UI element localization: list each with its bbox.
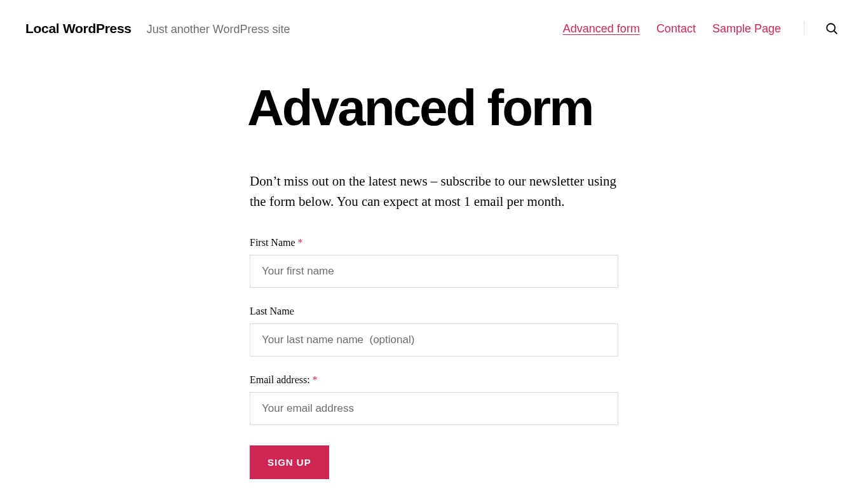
- site-tagline: Just another WordPress site: [147, 23, 290, 36]
- email-label: Email address: *: [250, 374, 618, 386]
- search-icon: [825, 22, 839, 36]
- header-right: Advanced form Contact Sample Page: [563, 18, 843, 39]
- site-header: Local WordPress Just another WordPress s…: [0, 0, 868, 57]
- search-button[interactable]: [821, 18, 843, 39]
- form-field-last-name: Last Name: [250, 306, 618, 356]
- signup-button[interactable]: SIGN UP: [250, 445, 329, 479]
- nav-link-advanced-form[interactable]: Advanced form: [563, 22, 640, 36]
- nav-divider: [804, 22, 804, 36]
- email-input[interactable]: [250, 392, 618, 425]
- site-title[interactable]: Local WordPress: [25, 21, 132, 36]
- last-name-input[interactable]: [250, 323, 618, 356]
- header-left: Local WordPress Just another WordPress s…: [25, 21, 290, 36]
- last-name-label-text: Last Name: [250, 306, 294, 316]
- newsletter-form: First Name * Last Name Email address: * …: [250, 237, 618, 479]
- svg-line-1: [834, 30, 837, 34]
- page-title: Advanced form: [247, 83, 618, 133]
- first-name-label-text: First Name: [250, 237, 298, 248]
- last-name-label: Last Name: [250, 306, 618, 317]
- required-mark: *: [298, 237, 303, 248]
- main-content: Advanced form Don’t miss out on the late…: [250, 57, 618, 488]
- first-name-label: First Name *: [250, 237, 618, 248]
- first-name-input[interactable]: [250, 255, 618, 288]
- svg-point-0: [827, 24, 835, 32]
- primary-nav: Advanced form Contact Sample Page: [563, 22, 781, 36]
- nav-link-sample-page[interactable]: Sample Page: [712, 22, 781, 36]
- form-field-email: Email address: *: [250, 374, 618, 425]
- required-mark: *: [313, 374, 318, 385]
- form-field-first-name: First Name *: [250, 237, 618, 288]
- page-intro: Don’t miss out on the latest news – subs…: [250, 172, 618, 212]
- nav-link-contact[interactable]: Contact: [656, 22, 696, 36]
- email-label-text: Email address:: [250, 374, 313, 385]
